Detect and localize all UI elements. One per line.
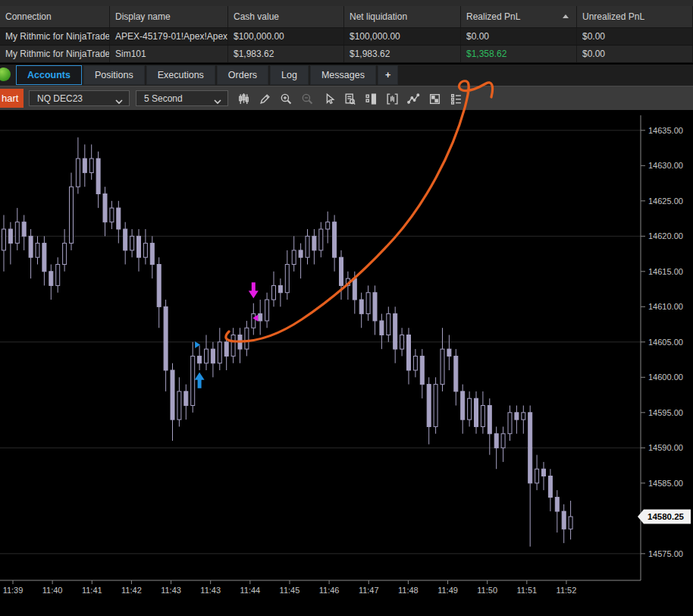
table-row[interactable]: My Rithmic for NinjaTraderSim101$1,983.6… xyxy=(0,46,693,63)
chart-window-tab[interactable]: hart xyxy=(0,89,24,108)
add-tab-button[interactable]: + xyxy=(378,65,398,85)
table-cell: My Rithmic for NinjaTrader xyxy=(0,46,110,62)
chevron-down-icon xyxy=(115,96,123,107)
table-cell: $0.00 xyxy=(577,46,693,62)
table-cell: $0.00 xyxy=(577,28,693,45)
bar-type-icon[interactable] xyxy=(233,90,254,108)
chart-area[interactable]: 2023 NinjaTrader, LLC xyxy=(0,110,693,616)
instrument-selector-value: NQ DEC23 xyxy=(37,93,83,104)
interval-selector-value: 5 Second xyxy=(144,93,183,104)
tab-bar: AccountsPositionsExecutionsOrdersLogMess… xyxy=(0,64,693,86)
toolbar-icons xyxy=(233,90,466,108)
interval-selector[interactable]: 5 Second xyxy=(136,90,228,106)
tab-messages[interactable]: Messages xyxy=(310,65,376,85)
column-header-net-liquidation[interactable]: Net liquidation xyxy=(344,6,461,27)
data-box-icon[interactable] xyxy=(339,90,360,108)
table-cell: My Rithmic for NinjaTrader xyxy=(0,28,110,45)
cursor-icon[interactable] xyxy=(318,90,339,108)
drawing-tools-icon[interactable] xyxy=(254,90,275,108)
table-cell: $0.00 xyxy=(461,28,577,45)
zoom-in-icon[interactable] xyxy=(275,90,296,108)
zoom-out-icon xyxy=(296,90,318,108)
column-header-realized-pnl[interactable]: Realized PnL xyxy=(461,6,577,27)
chart-toolbar: hart NQ DEC23 5 Second xyxy=(0,86,693,112)
sort-ascending-icon xyxy=(563,14,569,18)
table-header-row: ConnectionDisplay nameCash valueNet liqu… xyxy=(0,6,693,28)
table-cell: $1,983.62 xyxy=(344,46,461,62)
table-cell: $1,983.62 xyxy=(228,46,344,62)
table-cell: $1,358.62 xyxy=(461,46,577,62)
tab-positions[interactable]: Positions xyxy=(83,65,145,85)
accounts-table: ConnectionDisplay nameCash valueNet liqu… xyxy=(0,6,693,63)
tab-accounts[interactable]: Accounts xyxy=(16,65,82,85)
table-cell: APEX-45179-01!Apex!Apex xyxy=(110,28,228,45)
tab-orders[interactable]: Orders xyxy=(217,65,268,85)
connection-status-icon xyxy=(0,68,11,81)
table-cell: $100,000.00 xyxy=(344,28,461,45)
table-row[interactable]: My Rithmic for NinjaTraderAPEX-45179-01!… xyxy=(0,28,693,46)
column-header-connection[interactable]: Connection xyxy=(0,6,110,27)
indicators-icon[interactable] xyxy=(403,90,424,108)
strategies-icon[interactable] xyxy=(424,90,445,108)
column-header-cash-value[interactable]: Cash value xyxy=(228,6,344,27)
chevron-down-icon xyxy=(214,96,221,107)
instrument-selector[interactable]: NQ DEC23 xyxy=(29,90,130,106)
column-header-display-name[interactable]: Display name xyxy=(110,6,228,27)
properties-list-icon[interactable] xyxy=(445,90,466,108)
column-header-unrealized-pnl[interactable]: Unrealized PnL xyxy=(577,6,693,27)
table-cell: $100,000.00 xyxy=(228,28,344,45)
ninjatrader-window: ConnectionDisplay nameCash valueNet liqu… xyxy=(0,0,693,616)
chart-panel-icon[interactable] xyxy=(360,90,381,108)
tab-executions[interactable]: Executions xyxy=(146,65,215,85)
chart-style-icon[interactable] xyxy=(381,90,403,108)
tabs-container: AccountsPositionsExecutionsOrdersLogMess… xyxy=(16,65,398,85)
tab-log[interactable]: Log xyxy=(270,65,309,85)
table-cell: Sim101 xyxy=(110,46,228,62)
